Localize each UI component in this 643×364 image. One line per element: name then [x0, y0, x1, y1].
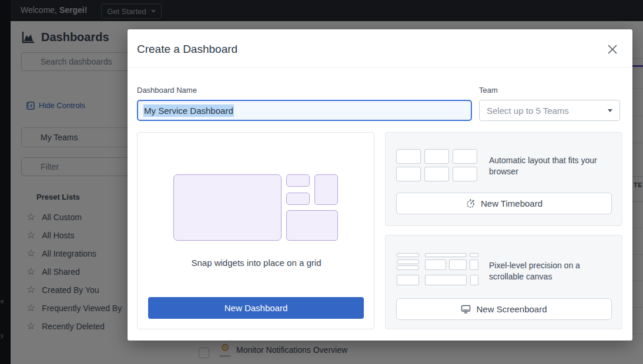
app-window: Welcome, Sergei! Get Started e y Dashboa… [0, 0, 643, 364]
grid-card-caption: Snap widgets into place on a grid [138, 258, 375, 268]
monitor-icon [461, 305, 471, 314]
timeboard-caption: Automatic layout that fits your browser [489, 155, 616, 177]
create-dashboard-modal: Create a Dashboard Dashboard Name My Ser… [128, 29, 632, 341]
dashboard-name-input[interactable]: My Service Dashboard [137, 100, 472, 121]
new-screenboard-button[interactable]: New Screenboard [396, 298, 612, 320]
new-screenboard-label: New Screenboard [476, 304, 547, 314]
modal-title: Create a Dashboard [137, 43, 237, 56]
screenboard-card: Pixel-level precision on a scrollable ca… [385, 235, 622, 329]
selected-input-text: My Service Dashboard [143, 105, 234, 117]
new-dashboard-button[interactable]: New Dashboard [148, 297, 364, 319]
team-label: Team [479, 86, 498, 95]
grid-illustration [173, 174, 339, 241]
modal-header-divider [128, 68, 632, 68]
chevron-down-icon [608, 109, 612, 112]
dashboard-name-label: Dashboard Name [137, 86, 197, 95]
new-timeboard-label: New Timeboard [481, 198, 542, 208]
new-timeboard-button[interactable]: New Timeboard [396, 193, 612, 214]
team-select-placeholder: Select up to 5 Teams [487, 106, 569, 116]
timeboard-card: Automatic layout that fits your browser … [385, 132, 622, 226]
grid-dashboard-card: Snap widgets into place on a grid New Da… [137, 132, 374, 329]
close-icon[interactable] [607, 43, 618, 55]
stopwatch-icon [465, 198, 475, 208]
team-select[interactable]: Select up to 5 Teams [479, 100, 620, 121]
screenboard-caption: Pixel-level precision on a scrollable ca… [489, 260, 616, 282]
